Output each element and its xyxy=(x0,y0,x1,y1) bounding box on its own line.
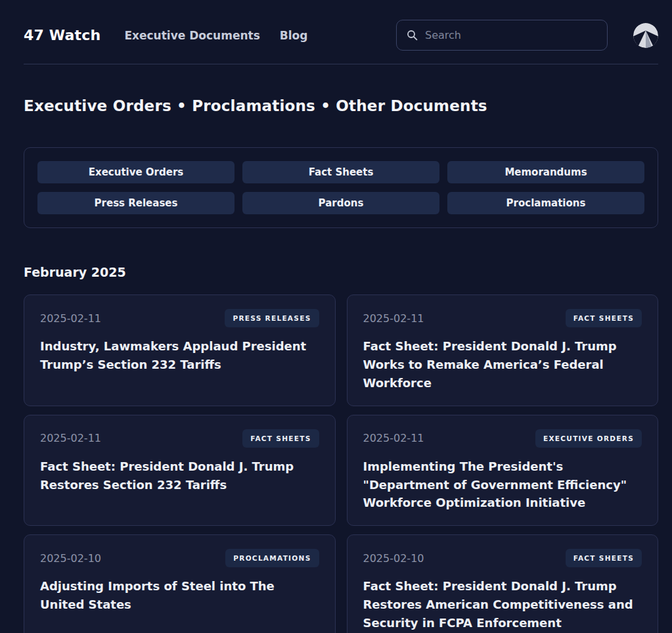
document-card[interactable]: 2025-02-10 FACT SHEETS Fact Sheet: Presi… xyxy=(347,534,659,633)
header-divider xyxy=(24,64,658,64)
main-nav: Executive Documents Blog xyxy=(124,29,307,42)
filter-panel: Executive Orders Fact Sheets Memorandums… xyxy=(24,147,658,228)
card-header: 2025-02-11 FACT SHEETS xyxy=(363,309,642,327)
card-header: 2025-02-11 PRESS RELEASES xyxy=(40,309,319,327)
document-card[interactable]: 2025-02-11 EXECUTIVE ORDERS Implementing… xyxy=(347,415,659,527)
card-title: Fact Sheet: President Donald J. Trump Re… xyxy=(363,577,642,632)
card-title: Fact Sheet: President Donald J. Trump Re… xyxy=(40,457,319,494)
brand-logo-text[interactable]: 47 Watch xyxy=(24,27,101,43)
category-badge: FACT SHEETS xyxy=(242,429,319,448)
filter-button[interactable]: Memorandums xyxy=(447,161,644,183)
filter-button[interactable]: Executive Orders xyxy=(37,161,235,183)
filter-button[interactable]: Press Releases xyxy=(37,192,235,214)
nav-link[interactable]: Blog xyxy=(280,29,308,42)
page-title: Executive Orders • Proclamations • Other… xyxy=(24,97,658,114)
category-badge: FACT SHEETS xyxy=(566,549,642,567)
page-container: 47 Watch Executive Documents Blog xyxy=(24,0,658,633)
document-cards-grid: 2025-02-11 PRESS RELEASES Industry, Lawm… xyxy=(24,294,658,633)
nav-link[interactable]: Executive Documents xyxy=(124,29,259,42)
card-date: 2025-02-10 xyxy=(40,552,101,565)
filter-button[interactable]: Pardons xyxy=(242,192,439,214)
search-icon xyxy=(407,30,418,41)
card-title: Fact Sheet: President Donald J. Trump Wo… xyxy=(363,337,642,392)
card-date: 2025-02-11 xyxy=(363,312,424,325)
card-header: 2025-02-10 PROCLAMATIONS xyxy=(40,549,319,567)
avatar[interactable] xyxy=(633,23,658,48)
section-heading: February 2025 xyxy=(24,265,658,279)
document-card[interactable]: 2025-02-11 FACT SHEETS Fact Sheet: Presi… xyxy=(347,294,659,406)
category-badge: FACT SHEETS xyxy=(566,309,642,327)
category-badge: EXECUTIVE ORDERS xyxy=(535,429,642,448)
search-input[interactable] xyxy=(425,29,597,41)
card-header: 2025-02-10 FACT SHEETS xyxy=(363,549,642,567)
filter-button[interactable]: Fact Sheets xyxy=(242,161,439,183)
card-title: Implementing The President's "Department… xyxy=(363,457,642,513)
card-date: 2025-02-11 xyxy=(40,312,101,325)
document-card[interactable]: 2025-02-10 PROCLAMATIONS Adjusting Impor… xyxy=(24,534,336,633)
card-date: 2025-02-11 xyxy=(363,432,424,444)
card-date: 2025-02-10 xyxy=(363,552,424,565)
document-card[interactable]: 2025-02-11 PRESS RELEASES Industry, Lawm… xyxy=(24,294,336,406)
document-card[interactable]: 2025-02-11 FACT SHEETS Fact Sheet: Presi… xyxy=(24,415,336,527)
card-title: Industry, Lawmakers Applaud President Tr… xyxy=(40,337,319,374)
card-title: Adjusting Imports of Steel into The Unit… xyxy=(40,577,319,614)
card-header: 2025-02-11 FACT SHEETS xyxy=(40,429,319,448)
category-badge: PROCLAMATIONS xyxy=(225,549,319,567)
card-date: 2025-02-11 xyxy=(40,432,101,444)
card-header: 2025-02-11 EXECUTIVE ORDERS xyxy=(363,429,642,448)
mountain-logo-icon xyxy=(633,23,658,48)
filter-button[interactable]: Proclamations xyxy=(447,192,644,214)
category-badge: PRESS RELEASES xyxy=(225,309,319,327)
search-box[interactable] xyxy=(396,20,608,51)
site-header: 47 Watch Executive Documents Blog xyxy=(24,0,658,51)
